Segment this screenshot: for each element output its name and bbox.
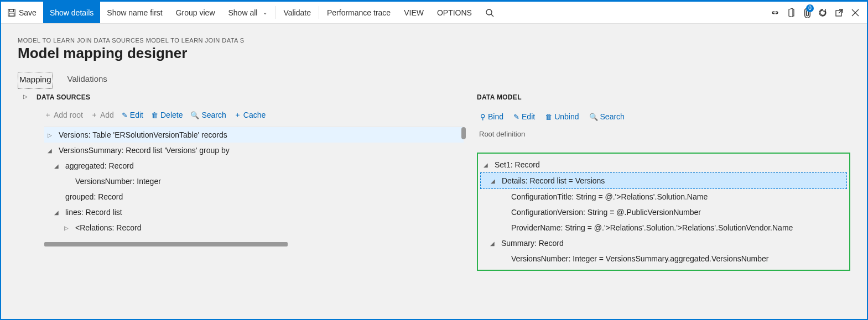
search-icon — [485, 8, 494, 17]
edit-label: Edit — [130, 111, 143, 119]
add-label: Add — [100, 111, 114, 119]
toolbar-separator — [275, 6, 276, 19]
delete-button[interactable]: 🗑Delete — [151, 111, 183, 119]
svg-rect-2 — [9, 13, 14, 15]
tab-validations[interactable]: Validations — [66, 72, 108, 89]
trash-icon: 🗑 — [151, 111, 158, 119]
data-source-node-relations[interactable]: ▷<Relations: Record — [44, 220, 464, 235]
breadcrumb: MODEL TO LEARN JOIN DATA SOURCES MODEL T… — [18, 37, 850, 44]
bind-button[interactable]: ⚲Bind — [480, 112, 503, 121]
validate-button[interactable]: Validate — [277, 2, 318, 23]
search-label: Search — [600, 112, 625, 121]
data-source-node-aggregated[interactable]: ◢aggregated: Record — [44, 158, 464, 174]
caret-down-icon[interactable]: ◢ — [53, 209, 60, 216]
search-icon: 🔍 — [190, 111, 199, 119]
delete-label: Delete — [160, 111, 183, 119]
caret-down-icon[interactable]: ◢ — [489, 240, 496, 246]
edit-button[interactable]: ✎Edit — [513, 112, 535, 121]
data-source-node-lines[interactable]: ◢lines: Record list — [44, 204, 464, 220]
tab-mapping[interactable]: Mapping — [18, 72, 53, 89]
add-button[interactable]: ＋Add — [91, 110, 114, 120]
data-source-node-grouped[interactable]: grouped: Record — [44, 189, 464, 204]
options-menu[interactable]: OPTIONS — [430, 2, 479, 23]
edit-label: Edit — [522, 112, 535, 121]
group-view-button[interactable]: Group view — [169, 2, 222, 23]
svg-point-3 — [486, 9, 492, 15]
show-details-label: Show details — [50, 8, 93, 17]
tree-node-label: Versions: Table 'ERSolutionVersionTable'… — [59, 130, 227, 139]
data-model-label: DATA MODEL — [477, 89, 850, 106]
tree-node-label: ProviderName: String = @.'>Relations'.So… — [511, 223, 793, 232]
tree-node-label: ConfigurationTitle: String = @.'>Relatio… — [511, 192, 708, 201]
svg-rect-1 — [10, 9, 14, 11]
data-source-node-versions-summary[interactable]: ◢VersionsSummary: Record list 'Versions'… — [44, 143, 464, 158]
show-details-button[interactable]: Show details — [43, 2, 100, 23]
caret-down-icon[interactable]: ◢ — [490, 178, 496, 184]
options-label: OPTIONS — [437, 8, 472, 17]
caret-right-icon[interactable]: ▷ — [46, 132, 53, 138]
svg-line-4 — [491, 14, 493, 17]
performance-trace-button[interactable]: Performance trace — [320, 2, 397, 23]
data-model-node-summary[interactable]: ◢Summary: Record — [480, 235, 847, 251]
search-icon: 🔍 — [589, 113, 598, 121]
data-model-node-versions-number-dm[interactable]: VersionsNumber: Integer = VersionsSummar… — [480, 251, 847, 266]
performance-trace-label: Performance trace — [327, 8, 391, 17]
data-source-node-versions-number[interactable]: VersionsNumber: Integer — [44, 174, 464, 189]
tree-node-label: Summary: Record — [501, 239, 564, 248]
tree-node-label: VersionsNumber: Integer — [75, 177, 161, 186]
unbind-button[interactable]: 🗑Unbind — [545, 112, 579, 121]
attachments-button[interactable]: 0 — [803, 8, 810, 18]
show-all-dropdown[interactable]: Show all ⌄ — [222, 2, 274, 23]
add-root-button[interactable]: ＋Add root — [44, 110, 83, 120]
data-model-node-config-version[interactable]: ConfigurationVersion: String = @.PublicV… — [480, 204, 847, 220]
tree-node-label: grouped: Record — [65, 192, 123, 201]
open-new-window-button[interactable] — [835, 8, 844, 17]
data-model-node-provider-name[interactable]: ProviderName: String = @.'>Relations'.So… — [480, 220, 847, 235]
data-model-pane: DATA MODEL ⚲Bind ✎Edit 🗑Unbind 🔍Search R… — [477, 89, 867, 312]
tree-node-label: VersionsSummary: Record list 'Versions' … — [59, 146, 230, 155]
link-icon[interactable] — [771, 9, 779, 16]
search-button[interactable]: 🔍Search — [589, 112, 625, 121]
trash-icon: 🗑 — [545, 113, 552, 121]
plus-icon: ＋ — [44, 110, 51, 120]
caret-down-icon[interactable]: ◢ — [482, 162, 489, 168]
caret-right-icon[interactable]: ▷ — [63, 225, 70, 231]
data-model-node-set1[interactable]: ◢Set1: Record — [480, 157, 847, 172]
show-all-label: Show all — [228, 8, 258, 17]
search-button[interactable] — [479, 2, 501, 23]
office-icon[interactable] — [787, 8, 795, 17]
add-root-label: Add root — [54, 111, 83, 119]
data-model-tree-container: ◢Set1: Record◢Details: Record list = Ver… — [477, 153, 850, 271]
edit-button[interactable]: ✎Edit — [122, 111, 143, 119]
data-model-node-details[interactable]: ◢Details: Record list = Versions — [480, 172, 847, 189]
save-button[interactable]: Save — [1, 2, 43, 23]
main-content: ▷ DATA SOURCES ＋Add root ＋Add ✎Edit 🗑Del… — [1, 89, 867, 312]
horizontal-scrollbar[interactable] — [44, 242, 288, 246]
toolbar-right: 0 — [771, 2, 867, 23]
unbind-label: Unbind — [554, 112, 579, 121]
show-name-first-button[interactable]: Show name first — [100, 2, 169, 23]
expand-pane-icon[interactable]: ▷ — [18, 89, 37, 106]
cache-button[interactable]: ＋Cache — [234, 110, 266, 120]
vertical-scrollbar[interactable] — [461, 127, 466, 139]
caret-down-icon[interactable]: ◢ — [53, 163, 60, 169]
toolbar-separator — [319, 6, 319, 19]
refresh-button[interactable] — [818, 8, 827, 17]
caret-down-icon[interactable]: ◢ — [46, 148, 53, 154]
search-label: Search — [201, 111, 226, 119]
data-sources-pane: ▷ DATA SOURCES ＋Add root ＋Add ✎Edit 🗑Del… — [18, 89, 466, 312]
cache-label: Cache — [243, 111, 266, 119]
close-button[interactable] — [851, 9, 859, 17]
tree-node-label: ConfigurationVersion: String = @.PublicV… — [511, 208, 701, 217]
chevron-down-icon: ⌄ — [263, 9, 267, 15]
data-model-node-config-title[interactable]: ConfigurationTitle: String = @.'>Relatio… — [480, 189, 847, 204]
view-label: VIEW — [404, 8, 424, 17]
view-menu[interactable]: VIEW — [397, 2, 430, 23]
data-source-node-versions[interactable]: ▷Versions: Table 'ERSolutionVersionTable… — [44, 127, 464, 143]
data-sources-actions: ＋Add root ＋Add ✎Edit 🗑Delete 🔍Search ＋Ca… — [18, 106, 466, 127]
data-sources-label: DATA SOURCES — [37, 89, 90, 106]
search-button[interactable]: 🔍Search — [190, 111, 226, 119]
save-label: Save — [19, 8, 37, 17]
tree-node-label: Set1: Record — [495, 160, 540, 169]
page-header: MODEL TO LEARN JOIN DATA SOURCES MODEL T… — [1, 24, 867, 66]
